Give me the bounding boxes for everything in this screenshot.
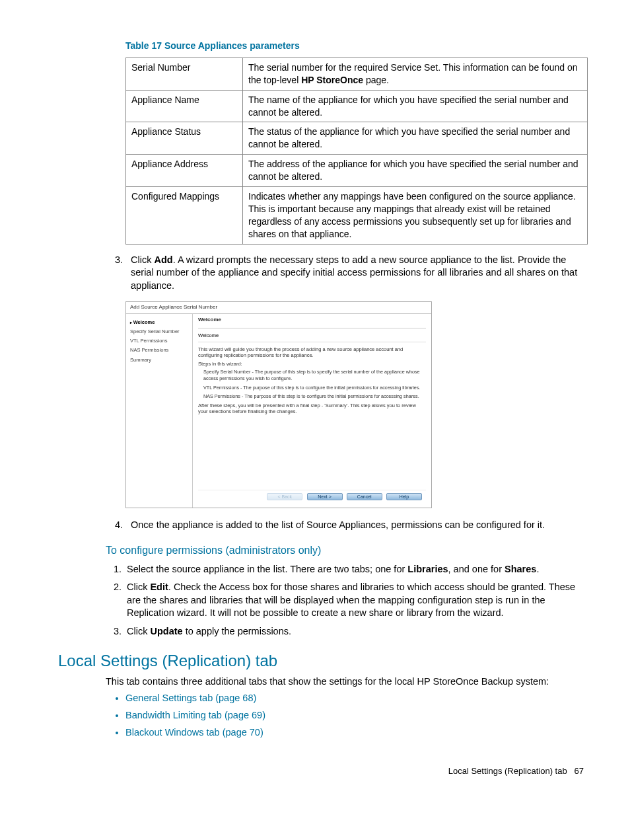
wizard-spacer	[198, 417, 426, 490]
configure-step-2: Click Edit. Check the Access box for tho…	[124, 581, 590, 620]
link-blackout-windows[interactable]: Blackout Windows tab (page 70)	[125, 727, 263, 738]
footer-label: Local Settings (Replication) tab	[448, 766, 567, 776]
param-name: Configured Mappings	[126, 187, 243, 245]
wizard-nav-vtl[interactable]: VTL Permissions	[129, 336, 190, 346]
wizard-intro: This wizard will guide you through the p…	[198, 346, 426, 359]
wizard-nav-serial[interactable]: Specify Serial Number	[129, 327, 190, 336]
table-row: Serial Number The serial number for the …	[126, 57, 588, 90]
local-settings-intro: This tab contains three additional tabs …	[106, 675, 590, 689]
document-page: Table 17 Source Appliances parameters Se…	[0, 0, 630, 797]
wizard-title: Add Source Appliance Serial Number	[126, 302, 431, 314]
param-name: Appliance Name	[126, 90, 243, 122]
step-4: Once the appliance is added to the list …	[125, 519, 590, 532]
step-3: Click Add. A wizard prompts the necessar…	[125, 254, 590, 293]
configure-permissions-heading: To configure permissions (administrators…	[106, 543, 590, 558]
configure-permissions-steps: Select the source appliance in the list.…	[106, 563, 590, 638]
wizard-body: Welcome Specify Serial Number VTL Permis…	[126, 314, 431, 507]
cancel-button[interactable]: Cancel	[347, 493, 382, 500]
wizard-subheading: Welcome	[198, 332, 426, 342]
table-row: Appliance Address The address of the app…	[126, 155, 588, 187]
wizard-footer: < Back Next > Cancel Help	[198, 490, 426, 504]
next-button[interactable]: Next >	[307, 493, 343, 500]
table-row: Appliance Status The status of the appli…	[126, 122, 588, 155]
list-item: Blackout Windows tab (page 70)	[125, 726, 590, 740]
param-desc: The address of the appliance for which y…	[243, 155, 588, 187]
wizard-steps-label: Steps in this wizard:	[198, 361, 426, 367]
steps-list-cont: Once the appliance is added to the list …	[125, 519, 590, 532]
help-button[interactable]: Help	[386, 493, 422, 500]
wizard-heading: Welcome	[198, 317, 426, 328]
list-item: Bandwidth Limiting tab (page 69)	[125, 709, 590, 722]
configure-step-1: Select the source appliance in the list.…	[124, 563, 590, 576]
wizard-outro: After these steps, you will be presented…	[198, 402, 426, 415]
page-footer: Local Settings (Replication) tab 67	[40, 765, 590, 777]
list-item: General Settings tab (page 68)	[125, 692, 590, 705]
param-desc: The name of the appliance for which you …	[243, 90, 588, 122]
wizard-nav: Welcome Specify Serial Number VTL Permis…	[126, 314, 193, 507]
link-bandwidth-limiting[interactable]: Bandwidth Limiting tab (page 69)	[125, 710, 265, 720]
wizard-nav-welcome[interactable]: Welcome	[129, 318, 190, 327]
param-desc: Indicates whether any mappings have been…	[243, 187, 588, 245]
param-desc: The status of the appliance for which yo…	[243, 122, 588, 155]
wizard-screenshot: Add Source Appliance Serial Number Welco…	[125, 301, 432, 508]
table-caption: Table 17 Source Appliances parameters	[125, 40, 590, 52]
wizard-nav-nas[interactable]: NAS Permissions	[129, 346, 190, 355]
param-desc: The serial number for the required Servi…	[243, 57, 588, 90]
source-appliances-table: Serial Number The serial number for the …	[125, 57, 588, 245]
wizard-step-line: Specify Serial Number - The purpose of t…	[203, 369, 426, 381]
table-row: Appliance Name The name of the appliance…	[126, 90, 588, 122]
tab-links-list: General Settings tab (page 68) Bandwidth…	[125, 692, 590, 739]
footer-page-number: 67	[575, 766, 584, 776]
local-settings-heading: Local Settings (Replication) tab	[58, 650, 590, 671]
table-row: Configured Mappings Indicates whether an…	[126, 187, 588, 245]
param-name: Serial Number	[126, 57, 243, 90]
wizard-nav-summary[interactable]: Summary	[129, 356, 190, 365]
wizard-content: Welcome Welcome This wizard will guide y…	[193, 314, 431, 507]
steps-list: Click Add. A wizard prompts the necessar…	[125, 254, 590, 293]
back-button: < Back	[267, 493, 302, 500]
param-name: Appliance Status	[126, 122, 243, 155]
param-name: Appliance Address	[126, 155, 243, 187]
wizard-step-line: NAS Permissions - The purpose of this st…	[203, 393, 426, 400]
configure-step-3: Click Update to apply the permissions.	[124, 625, 590, 638]
wizard-step-line: VTL Permissions - The purpose of this st…	[203, 385, 426, 391]
link-general-settings[interactable]: General Settings tab (page 68)	[125, 693, 256, 703]
